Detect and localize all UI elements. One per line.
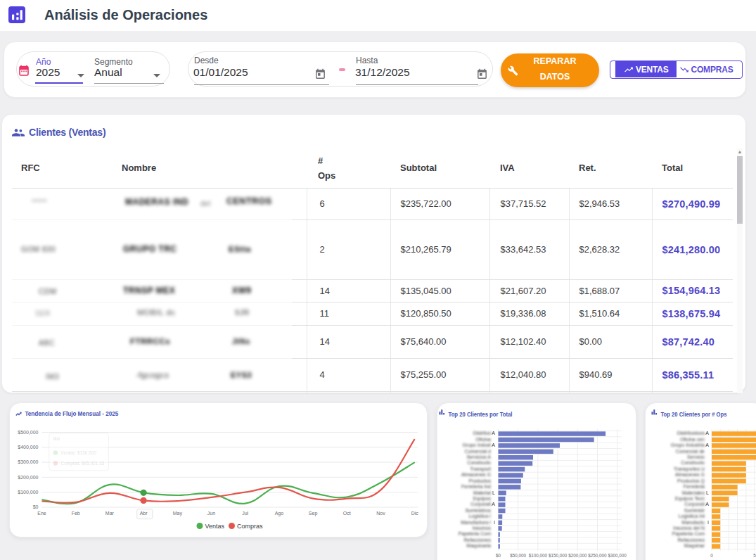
svg-text:Comercial de: Comercial de [676,449,705,454]
svg-text:A: A [492,502,495,507]
svg-text:Servicios A: Servicios A [466,454,491,459]
svg-text:Jul: Jul [242,511,248,516]
svg-text:$50,000: $50,000 [510,553,526,558]
svg-text:Almacenes G: Almacenes G [675,472,705,477]
svg-text:Dic: Dic [411,511,419,516]
svg-text:Tendencia de Flujo Mensual - 2: Tendencia de Flujo Mensual - 2025 [25,409,119,417]
svg-text:A: A [705,431,709,435]
svg-text:A: A [492,431,495,435]
svg-text:Ene: Ene [37,511,46,516]
svg-text:Grupo Indust: Grupo Indust [463,443,492,448]
svg-text:Nov: Nov [376,511,385,516]
svg-text:Productos: Productos [468,478,491,483]
svg-text:Maquinaria: Maquinaria [466,543,491,549]
svg-text:Ago: Ago [275,511,284,516]
svg-text:Mar: Mar [105,511,115,516]
svg-text:Manufactu: Manufactu [681,520,705,525]
svg-text:A: A [705,502,709,507]
svg-text:Logistica I: Logistica I [468,514,491,519]
svg-text:May: May [173,511,183,516]
svg-text:Compras: Compras [237,523,263,530]
svg-text:Constructo: Constructo [681,460,705,465]
svg-text:Suministr: Suministr [684,508,705,513]
svg-text:Oficina: Oficina [475,437,491,442]
svg-text:Feb: Feb [72,511,80,516]
svg-text:0: 0 [710,553,713,558]
svg-text:Equipos Tecn: Equipos Tecn [675,496,705,502]
svg-text:Ferreteria Ind: Ferreteria Ind [461,484,491,489]
svg-text:Jun: Jun [207,511,215,516]
svg-text:Servicio: Servicio [687,454,705,459]
svg-text:Grupo Industria: Grupo Industria [671,443,705,448]
svg-text:Insumos: Insumos [473,526,492,530]
svg-text:Logistica Int: Logistica Int [679,514,705,519]
svg-text:Equipos: Equipos [473,496,492,502]
svg-text:Refacciones: Refacciones [677,537,705,542]
svg-text:Maquinar: Maquinar [684,543,705,549]
svg-text:$300,000: $300,000 [608,553,627,558]
svg-text:A: A [492,443,495,447]
svg-text:Mar: Mar [53,435,60,442]
svg-text:A: A [705,443,709,447]
svg-text:Oficina cen: Oficina cen [680,437,705,442]
svg-text:Ventas: $150,500: Ventas: $150,500 [61,450,97,456]
svg-text:Top 20 Clientes por Total: Top 20 Clientes por Total [449,410,513,418]
svg-text:$500,000: $500,000 [18,430,38,435]
svg-text:Top 20 Clientes por # Ops: Top 20 Clientes por # Ops [661,410,727,418]
svg-text:$100,000: $100,000 [18,490,38,495]
svg-text:$0: $0 [33,504,39,509]
svg-text:I: I [707,520,709,525]
svg-text:Distribuidora: Distribuidora [677,431,705,435]
svg-text:Manufactura I: Manufactura I [461,520,491,525]
svg-text:Material: Material [473,490,491,495]
svg-text:L: L [492,490,495,495]
svg-text:Corporati: Corporati [470,502,491,507]
svg-text:Constructo: Constructo [467,460,491,465]
svg-text:Transportes U: Transportes U [674,466,705,472]
svg-text:$250,000: $250,000 [588,553,607,558]
svg-text:Sep: Sep [309,511,318,516]
svg-text:$100,000: $100,000 [529,553,548,558]
svg-text:Corporati: Corporati [684,502,705,507]
svg-text:$200,000: $200,000 [568,553,587,558]
svg-text:Suministros: Suministros [465,508,491,513]
svg-text:$300,000: $300,000 [18,459,38,464]
svg-text:Refacciones: Refacciones [463,537,491,542]
svg-text:Ventas: Ventas [205,523,225,530]
svg-text:Oct: Oct [343,511,351,516]
svg-text:Distribui: Distribui [473,431,492,435]
svg-text:I: I [494,520,495,525]
svg-text:$150,000: $150,000 [549,553,568,558]
svg-text:Almacenes G: Almacenes G [461,472,491,477]
svg-text:$400,000: $400,000 [18,445,38,450]
svg-text:Compras: $95,021.33: Compras: $95,021.33 [61,460,105,466]
svg-text:Transport: Transport [470,466,491,472]
svg-text:L: L [706,490,709,495]
svg-text:Insumos del N: Insumos del N [673,526,705,530]
svg-text:Ferreteria: Ferreteria [684,484,705,489]
svg-text:$0: $0 [496,553,501,558]
svg-text:Materiales: Materiales [682,490,705,495]
svg-text:$200,000: $200,000 [18,475,38,480]
svg-text:Productos Q: Productos Q [677,478,705,484]
svg-text:Abr: Abr [140,511,148,516]
svg-text:Comercial d: Comercial d [465,449,491,454]
svg-text:5: 5 [753,553,756,558]
svg-text:Papeleria Com: Papeleria Com [672,531,705,537]
svg-text:Papeleria Com: Papeleria Com [459,531,491,537]
